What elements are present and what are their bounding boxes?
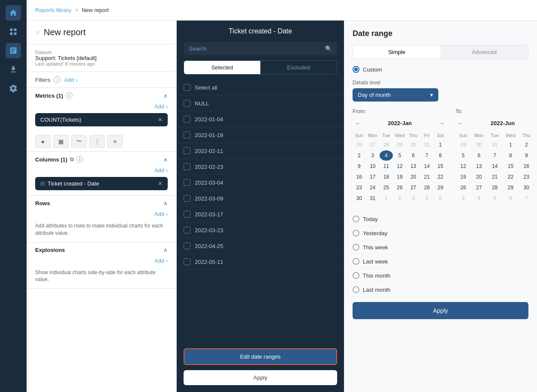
item-3-checkbox[interactable]: [184, 163, 190, 170]
cal-day[interactable]: 28: [380, 140, 393, 150]
cal-day[interactable]: 30: [353, 193, 366, 203]
cal-day[interactable]: 17: [534, 161, 537, 171]
search-input[interactable]: [189, 45, 322, 52]
cal-day[interactable]: 31: [366, 193, 380, 203]
sidebar-icon-upload[interactable]: [6, 62, 21, 77]
cal-day[interactable]: 19: [456, 172, 471, 182]
cal-day[interactable]: 4: [420, 193, 434, 203]
cal-day[interactable]: 22: [434, 172, 447, 182]
cal-day[interactable]: 5: [456, 150, 471, 161]
list-item-4[interactable]: 2022-03-04: [177, 175, 344, 191]
yesterday-option[interactable]: Yesterday: [353, 226, 528, 240]
cal-day[interactable]: 1: [534, 183, 537, 193]
cal-day[interactable]: 16: [519, 161, 534, 171]
cal-day[interactable]: 7: [519, 193, 534, 203]
item-8-checkbox[interactable]: [184, 242, 190, 249]
cal-day[interactable]: 30: [407, 140, 420, 150]
cal-day[interactable]: 24: [534, 172, 537, 182]
cal-day[interactable]: 9: [519, 150, 534, 161]
cal-day[interactable]: 6: [471, 150, 487, 161]
cal-day[interactable]: 21: [420, 172, 434, 182]
cal-day[interactable]: 28: [487, 183, 503, 193]
cal-day[interactable]: 5: [393, 150, 407, 161]
cal-day[interactable]: 1: [434, 140, 447, 150]
custom-radio-btn[interactable]: [353, 66, 359, 73]
cal-day[interactable]: 25: [380, 183, 393, 193]
cal-day[interactable]: 27: [407, 183, 420, 193]
list-item-6[interactable]: 2022-03-17: [177, 206, 344, 222]
breadcrumb-library[interactable]: Reports library: [35, 7, 72, 13]
cal-day[interactable]: 1: [503, 140, 518, 150]
item-4-checkbox[interactable]: [184, 179, 190, 186]
null-checkbox[interactable]: [184, 100, 190, 107]
cal-day[interactable]: 22: [503, 172, 518, 182]
cal-day[interactable]: 9: [353, 161, 366, 171]
cal-day[interactable]: 31: [487, 140, 503, 150]
list-item-1[interactable]: 2022-01-18: [177, 127, 344, 143]
cal-day[interactable]: 8: [434, 150, 447, 161]
item-9-checkbox[interactable]: [184, 258, 190, 265]
cal-day[interactable]: 26: [393, 183, 407, 193]
cal-day[interactable]: 18: [380, 172, 393, 182]
cal-day-today[interactable]: 4: [380, 150, 393, 161]
last-week-radio[interactable]: [353, 258, 359, 265]
list-item-5[interactable]: 2022-03-09: [177, 191, 344, 206]
cal-day[interactable]: 10: [534, 150, 537, 161]
cal-day[interactable]: 20: [471, 172, 487, 182]
cal-day[interactable]: 29: [434, 183, 447, 193]
list-item-3[interactable]: 2022-02-23: [177, 159, 344, 175]
cal-day[interactable]: 15: [503, 161, 518, 171]
tab-excluded[interactable]: Excluded: [260, 61, 337, 74]
cal-day[interactable]: 2: [353, 150, 366, 161]
explosions-add[interactable]: Add ›: [154, 257, 168, 264]
cal-day[interactable]: 11: [380, 161, 393, 171]
chart-type-text[interactable]: ≡: [107, 135, 123, 148]
cal-day[interactable]: 8: [534, 193, 537, 203]
sidebar-icon-reports[interactable]: [6, 43, 21, 58]
cal-day[interactable]: 30: [519, 183, 534, 193]
sidebar-icon-nav[interactable]: [6, 5, 21, 21]
today-radio[interactable]: [353, 215, 359, 222]
cal-day[interactable]: 12: [393, 161, 407, 171]
item-2-checkbox[interactable]: [184, 147, 190, 154]
rows-header[interactable]: Rows ∧: [27, 196, 176, 211]
metric-close-btn[interactable]: ✕: [158, 117, 163, 123]
cal-day[interactable]: 3: [407, 193, 420, 203]
cal-day[interactable]: 21: [487, 172, 503, 182]
list-item-7[interactable]: 2022-03-23: [177, 222, 344, 238]
metrics-add[interactable]: Add ›: [154, 103, 168, 110]
list-item-9[interactable]: 2022-05-11: [177, 254, 344, 270]
cal-day[interactable]: 13: [407, 161, 420, 171]
cal-day[interactable]: 16: [353, 172, 366, 182]
cal-day[interactable]: 13: [471, 161, 487, 171]
column-close-btn[interactable]: ✕: [158, 180, 163, 187]
cal-day[interactable]: 7: [420, 150, 434, 161]
this-week-option[interactable]: This week: [353, 240, 528, 254]
metrics-info-icon[interactable]: i: [66, 92, 72, 99]
cal-day[interactable]: 30: [471, 140, 487, 150]
cal-day[interactable]: 3: [534, 140, 537, 150]
cal-day[interactable]: 4: [471, 193, 487, 203]
last-month-option[interactable]: Last month: [353, 283, 528, 297]
tab-advanced[interactable]: Advanced: [440, 45, 528, 59]
to-prev-btn[interactable]: ←: [456, 118, 466, 128]
cal-day[interactable]: 29: [503, 183, 518, 193]
item-0-checkbox[interactable]: [184, 116, 190, 123]
yesterday-radio[interactable]: [353, 230, 359, 236]
details-dropdown[interactable]: Day of month ▾: [353, 88, 438, 102]
cal-day[interactable]: 6: [407, 150, 420, 161]
filter-apply-btn[interactable]: Apply: [184, 370, 337, 385]
chart-type-wave[interactable]: 〜: [71, 135, 87, 148]
tab-simple[interactable]: Simple: [353, 45, 440, 59]
cal-day[interactable]: 27: [366, 140, 380, 150]
list-item-null[interactable]: NULL: [177, 96, 344, 111]
cal-day[interactable]: 14: [487, 161, 503, 171]
rows-add[interactable]: Add ›: [154, 211, 168, 217]
cal-day[interactable]: 1: [380, 193, 393, 203]
select-all-item[interactable]: Select all: [177, 80, 344, 96]
chart-type-scatter[interactable]: ⋮: [89, 135, 105, 148]
cal-day[interactable]: 12: [456, 161, 471, 171]
this-month-option[interactable]: This month: [353, 269, 528, 283]
chart-type-dot[interactable]: ●: [35, 135, 51, 148]
cal-day[interactable]: 23: [353, 183, 366, 193]
